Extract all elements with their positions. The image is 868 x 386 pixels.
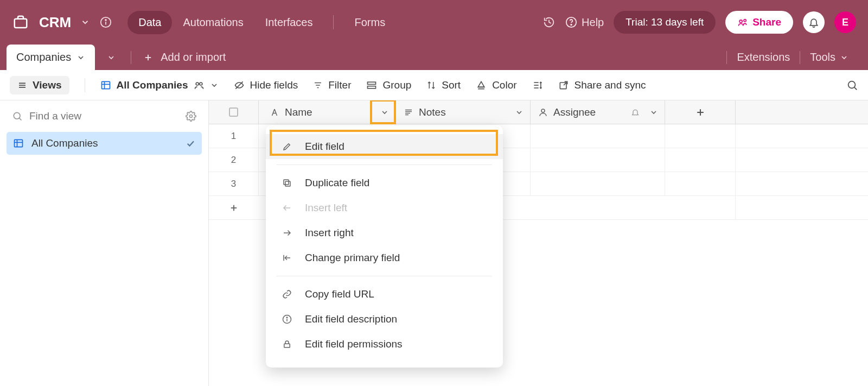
info-icon bbox=[281, 313, 293, 325]
svg-point-16 bbox=[196, 83, 199, 85]
svg-point-5 bbox=[571, 24, 572, 26]
column-dropdown-button[interactable] bbox=[380, 108, 389, 117]
row-height-button[interactable] bbox=[532, 80, 543, 91]
cell bbox=[665, 172, 736, 195]
cell[interactable] bbox=[531, 172, 665, 195]
tools-button[interactable]: Tools bbox=[800, 45, 858, 70]
help-label: Help bbox=[582, 16, 604, 29]
info-icon[interactable] bbox=[99, 16, 112, 29]
nav-automations[interactable]: Automations bbox=[172, 11, 254, 34]
add-column-button[interactable] bbox=[665, 100, 736, 124]
cell[interactable] bbox=[531, 124, 665, 148]
group-label: Group bbox=[382, 79, 411, 91]
column-dropdown-button[interactable] bbox=[515, 108, 524, 117]
view-label: All Companies bbox=[31, 137, 98, 149]
row-number: 3 bbox=[209, 172, 259, 195]
sidebar: All Companies bbox=[0, 100, 209, 386]
menu-label: Duplicate field bbox=[305, 177, 369, 189]
gear-icon[interactable] bbox=[186, 111, 196, 122]
share-label: Share bbox=[752, 16, 781, 28]
menu-change-primary[interactable]: Change primary field bbox=[266, 245, 503, 270]
filter-label: Filter bbox=[328, 79, 351, 91]
menu-edit-permissions[interactable]: Edit field permissions bbox=[266, 332, 503, 357]
search-icon[interactable] bbox=[846, 79, 858, 91]
find-view-row bbox=[7, 106, 202, 126]
menu-edit-description[interactable]: Edit field description bbox=[266, 307, 503, 332]
nav-interfaces[interactable]: Interfaces bbox=[254, 11, 324, 34]
cell[interactable] bbox=[531, 148, 665, 172]
tab-bar: Companies Add or import Extensions Tools bbox=[0, 45, 868, 70]
menu-duplicate-field[interactable]: Duplicate field bbox=[266, 170, 503, 195]
svg-rect-36 bbox=[15, 140, 23, 147]
column-notes[interactable]: Notes bbox=[396, 100, 531, 124]
plus-icon bbox=[695, 107, 706, 118]
color-label: Color bbox=[492, 79, 516, 91]
column-dropdown-button[interactable] bbox=[649, 108, 658, 117]
tab-companies[interactable]: Companies bbox=[7, 45, 95, 70]
menu-separator bbox=[277, 164, 492, 165]
svg-point-33 bbox=[14, 112, 20, 119]
nav-forms[interactable]: Forms bbox=[343, 11, 396, 34]
group-button[interactable]: Group bbox=[366, 79, 411, 91]
history-icon[interactable] bbox=[542, 16, 556, 29]
filter-icon bbox=[313, 80, 323, 90]
menu-edit-field[interactable]: Edit field bbox=[266, 134, 503, 159]
sort-icon bbox=[426, 80, 436, 90]
toolbar-right bbox=[846, 79, 858, 91]
svg-point-44 bbox=[541, 109, 545, 112]
svg-point-7 bbox=[744, 20, 746, 22]
grid-icon bbox=[100, 80, 111, 91]
view-toolbar: Views All Companies Hide fields Filter G… bbox=[0, 70, 868, 100]
column-label: Name bbox=[285, 106, 312, 118]
notify-icon bbox=[631, 108, 640, 117]
column-label: Notes bbox=[419, 106, 446, 118]
toolbar-separator bbox=[85, 78, 85, 92]
nav-data[interactable]: Data bbox=[127, 11, 172, 34]
hide-fields-label: Hide fields bbox=[250, 79, 298, 91]
sidebar-view-all-companies[interactable]: All Companies bbox=[7, 132, 202, 155]
row-number: 1 bbox=[209, 124, 259, 148]
svg-point-57 bbox=[286, 317, 288, 318]
chevron-down-icon bbox=[210, 81, 219, 90]
sort-button[interactable]: Sort bbox=[426, 79, 461, 91]
extensions-button[interactable]: Extensions bbox=[727, 45, 800, 70]
help-button[interactable]: Help bbox=[565, 16, 604, 29]
app-title[interactable]: CRM bbox=[39, 14, 71, 31]
current-view-label: All Companies bbox=[117, 79, 188, 91]
column-assignee[interactable]: Assignee bbox=[531, 100, 665, 124]
chevron-down-icon[interactable] bbox=[79, 16, 92, 29]
column-name[interactable]: Name bbox=[259, 100, 396, 124]
filter-button[interactable]: Filter bbox=[313, 79, 351, 91]
menu-label: Change primary field bbox=[305, 252, 400, 264]
svg-point-17 bbox=[199, 83, 202, 85]
chevron-down-icon bbox=[840, 53, 848, 62]
select-all-column[interactable] bbox=[209, 100, 259, 124]
share-sync-button[interactable]: Share and sync bbox=[558, 79, 646, 91]
link-icon bbox=[281, 288, 293, 300]
arrow-left-icon bbox=[281, 202, 293, 214]
find-view-input[interactable] bbox=[29, 110, 179, 122]
menu-label: Edit field description bbox=[305, 313, 397, 325]
tools-label: Tools bbox=[810, 51, 835, 64]
color-button[interactable]: Color bbox=[476, 79, 516, 91]
add-or-import-button[interactable]: Add or import bbox=[135, 45, 234, 70]
nav-group: Data Automations Interfaces Forms bbox=[127, 11, 396, 34]
svg-point-6 bbox=[739, 20, 742, 23]
notifications-button[interactable] bbox=[803, 11, 825, 33]
tab-overflow-button[interactable] bbox=[95, 45, 127, 70]
menu-copy-url[interactable]: Copy field URL bbox=[266, 282, 503, 307]
avatar[interactable]: E bbox=[834, 11, 856, 33]
views-button[interactable]: Views bbox=[10, 76, 69, 94]
text-field-icon bbox=[270, 107, 279, 117]
share-button[interactable]: Share bbox=[725, 11, 793, 34]
add-or-import-label: Add or import bbox=[161, 51, 226, 64]
briefcase-icon[interactable] bbox=[12, 14, 29, 31]
svg-rect-13 bbox=[101, 81, 110, 88]
external-link-icon bbox=[558, 80, 569, 91]
menu-insert-right[interactable]: Insert right bbox=[266, 220, 503, 245]
cell bbox=[665, 124, 736, 148]
current-view[interactable]: All Companies bbox=[100, 79, 219, 91]
hide-fields-button[interactable]: Hide fields bbox=[234, 79, 298, 91]
svg-rect-50 bbox=[284, 180, 289, 185]
trial-pill[interactable]: Trial: 13 days left bbox=[614, 11, 716, 34]
